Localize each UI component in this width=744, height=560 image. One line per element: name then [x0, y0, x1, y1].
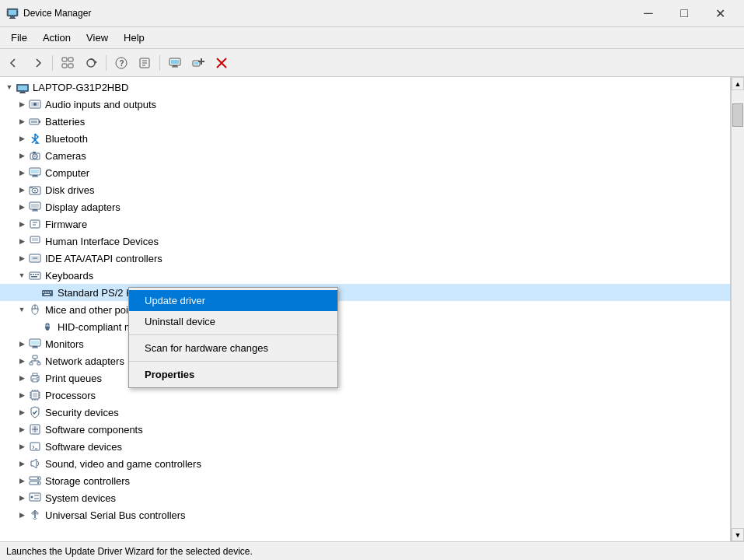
- svg-rect-60: [30, 272, 40, 279]
- software-dev-label: Software devices: [45, 441, 122, 453]
- monitors-toggle[interactable]: ▶: [16, 338, 28, 350]
- computer-button[interactable]: [164, 52, 186, 74]
- toolbar-separator-3: [159, 55, 160, 71]
- ctx-update-driver[interactable]: Update driver: [129, 290, 337, 311]
- print-label: Print queues: [45, 373, 102, 384]
- svg-rect-52: [30, 220, 40, 228]
- menu-help[interactable]: Help: [116, 29, 152, 47]
- scroll-up-arrow[interactable]: ▲: [732, 77, 744, 90]
- tree-item-software-comp[interactable]: ▶ Software components: [0, 421, 730, 438]
- tree-item-network[interactable]: ▶ Network adapters: [0, 352, 730, 369]
- tree-item-display[interactable]: ▶ Display adapters: [0, 198, 730, 215]
- tree-item-usb[interactable]: ▶ Universal Serial Bus controllers: [0, 506, 730, 523]
- storage-toggle[interactable]: ▶: [16, 474, 28, 487]
- svg-rect-17: [171, 60, 179, 64]
- menu-file[interactable]: File: [3, 29, 35, 47]
- tree-item-mice[interactable]: ▼ Mice and other pointing devices: [0, 301, 730, 318]
- tree-item-security[interactable]: ▶ Security devices: [0, 404, 730, 421]
- svg-rect-71: [44, 294, 50, 295]
- svg-rect-21: [194, 62, 198, 65]
- tree-item-sound[interactable]: ▶ Sound, video and game controllers: [0, 455, 730, 472]
- scroll-down-arrow[interactable]: ▼: [732, 528, 744, 541]
- software-dev-toggle[interactable]: ▶: [16, 440, 28, 453]
- svg-rect-66: [42, 290, 53, 296]
- add-device-button[interactable]: [187, 52, 209, 74]
- firmware-toggle[interactable]: ▶: [16, 218, 28, 230]
- svg-rect-81: [30, 362, 33, 365]
- tree-item-ide[interactable]: ▶ IDE ATA/ATAPI controllers: [0, 250, 730, 267]
- keyboards-icon: [28, 268, 42, 282]
- keyboards-toggle[interactable]: ▼: [16, 269, 28, 282]
- tree-item-processors[interactable]: ▶ Proces: [0, 387, 730, 404]
- tree-item-firmware[interactable]: ▶ Firmware: [0, 215, 730, 233]
- tree-item-software-dev[interactable]: ▶ Software devices: [0, 438, 730, 455]
- menu-view[interactable]: View: [79, 29, 116, 47]
- sound-toggle[interactable]: ▶: [16, 457, 28, 470]
- tree-item-hid-mouse[interactable]: ▶ HID-compliant mouse: [0, 318, 730, 335]
- ctx-uninstall-device[interactable]: Uninstall device: [129, 311, 337, 332]
- tree-item-monitors[interactable]: ▶ Monitors: [0, 335, 730, 352]
- maximize-button[interactable]: □: [666, 2, 702, 25]
- cameras-label: Cameras: [45, 150, 86, 162]
- toolbar-separator-1: [52, 55, 53, 71]
- software-comp-toggle[interactable]: ▶: [16, 423, 28, 436]
- tree-item-system[interactable]: ▶ System devices: [0, 489, 730, 506]
- help-button[interactable]: ?: [110, 52, 132, 74]
- scroll-thumb[interactable]: [732, 103, 743, 127]
- tree-item-hid[interactable]: ▶ Human Interface Devices: [0, 233, 730, 250]
- tree-item-keyboards[interactable]: ▼ Keyboards: [0, 267, 730, 284]
- root-toggle[interactable]: ▼: [3, 81, 16, 93]
- hid-toggle[interactable]: ▶: [16, 235, 28, 247]
- software-dev-icon: [28, 439, 42, 453]
- audio-toggle[interactable]: ▶: [16, 98, 28, 110]
- disk-toggle[interactable]: ▶: [16, 184, 28, 196]
- back-button[interactable]: [3, 52, 25, 74]
- tree-item-batteries[interactable]: ▶ Batteries: [0, 113, 730, 130]
- ide-toggle[interactable]: ▶: [16, 252, 28, 264]
- processors-toggle[interactable]: ▶: [16, 389, 28, 401]
- computer-toggle[interactable]: ▶: [16, 166, 28, 179]
- firmware-label: Firmware: [45, 219, 87, 230]
- properties-button[interactable]: [134, 52, 155, 74]
- svg-rect-64: [37, 274, 39, 275]
- scrollbar[interactable]: ▲ ▼: [731, 77, 744, 541]
- tree-item-audio[interactable]: ▶ Audio inputs and outputs: [0, 96, 730, 113]
- tree-item-cameras[interactable]: ▶ Cameras: [0, 147, 730, 164]
- cameras-toggle[interactable]: ▶: [16, 149, 28, 162]
- print-toggle[interactable]: ▶: [16, 372, 28, 384]
- bluetooth-toggle[interactable]: ▶: [16, 132, 28, 145]
- uninstall-button[interactable]: [211, 52, 232, 74]
- tree-item-disk[interactable]: ▶ Disk drives: [0, 181, 730, 198]
- keyboards-label: Keyboards: [45, 270, 93, 282]
- minimize-button[interactable]: ─: [630, 2, 666, 25]
- tree-item-computer[interactable]: ▶ Computer: [0, 164, 730, 181]
- batteries-toggle[interactable]: ▶: [16, 115, 28, 128]
- show-devices-button[interactable]: [57, 52, 79, 74]
- tree-item-bluetooth[interactable]: ▶ Bluetooth: [0, 130, 730, 147]
- svg-point-124: [37, 513, 38, 514]
- tree-panel[interactable]: ▼ LAPTOP-G31P2HBD ▶ Audio: [0, 77, 731, 541]
- cameras-icon: [28, 149, 42, 163]
- tree-item-std-keyboard[interactable]: ▶ Standard PS/2 Keyboard: [0, 284, 730, 301]
- computer-label: Computer: [45, 167, 89, 179]
- usb-toggle[interactable]: ▶: [16, 509, 28, 521]
- svg-rect-19: [172, 66, 178, 67]
- close-button[interactable]: ✕: [702, 2, 738, 25]
- ctx-properties[interactable]: Properties: [129, 364, 337, 385]
- ctx-separator-2: [129, 361, 337, 362]
- scan-button[interactable]: [80, 52, 102, 74]
- menu-action[interactable]: Action: [35, 29, 79, 47]
- mice-toggle[interactable]: ▼: [16, 303, 28, 316]
- security-toggle[interactable]: ▶: [16, 406, 28, 418]
- tree-item-storage[interactable]: ▶ Storage controllers: [0, 472, 730, 489]
- hid-label: Human Interface Devices: [45, 236, 159, 247]
- display-toggle[interactable]: ▶: [16, 201, 28, 213]
- network-toggle[interactable]: ▶: [16, 355, 28, 367]
- disk-label: Disk drives: [45, 184, 95, 196]
- tree-root[interactable]: ▼ LAPTOP-G31P2HBD: [0, 79, 730, 96]
- system-toggle[interactable]: ▶: [16, 492, 28, 504]
- tree-item-print[interactable]: ▶ Print queues: [0, 369, 730, 387]
- svg-rect-4: [62, 58, 67, 61]
- forward-button[interactable]: [26, 52, 48, 74]
- ctx-scan-hardware[interactable]: Scan for hardware changes: [129, 338, 337, 359]
